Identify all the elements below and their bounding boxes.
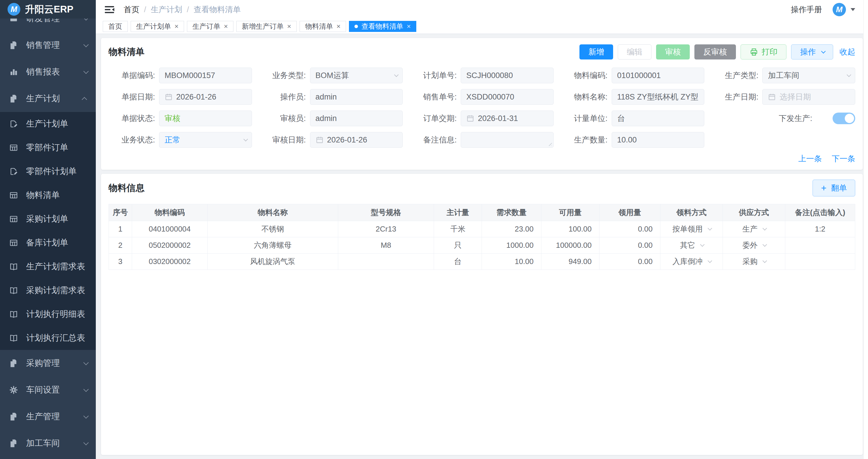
next-record-link[interactable]: 下一条 <box>832 154 855 164</box>
tab-5-active[interactable]: 查看物料清单× <box>349 21 416 32</box>
unaudit-button[interactable]: 反审核 <box>694 44 736 60</box>
field-input[interactable]: 118S ZY型纸杯机 ZY型 <box>612 89 705 105</box>
close-icon[interactable]: × <box>287 22 291 30</box>
sidebar-item-15[interactable]: 车间设置 <box>0 376 96 403</box>
close-icon[interactable]: × <box>407 22 411 30</box>
chevron-down-icon <box>83 387 89 392</box>
sidebar-item-4[interactable]: 生产计划单 <box>0 112 96 136</box>
sidebar-item-17[interactable]: 加工车间 <box>0 430 96 457</box>
detail-head: 物料信息 + 翻单 <box>108 179 855 196</box>
renew-order-button[interactable]: + 翻单 <box>812 179 855 196</box>
user-menu-caret-icon[interactable] <box>850 8 855 11</box>
audit-button[interactable]: 审核 <box>656 44 690 60</box>
field-date[interactable]: 2026-01-26 <box>310 132 403 148</box>
sidebar-item-label: 研发管理 <box>26 19 83 24</box>
field-input[interactable]: 台 <box>612 110 705 126</box>
breadcrumb-section[interactable]: 生产计划 <box>151 4 182 15</box>
field-input[interactable]: 审核 <box>159 110 252 126</box>
chevron-down-icon <box>708 259 712 263</box>
sidebar-item-13[interactable]: 计划执行汇总表 <box>0 326 96 350</box>
field-input[interactable]: admin <box>310 89 403 105</box>
cell-r2-c10[interactable] <box>785 254 855 270</box>
sidebar-item-1[interactable]: 销售管理 <box>0 32 96 59</box>
edit-button[interactable]: 编辑 <box>618 44 651 60</box>
form-field-19 <box>712 132 855 148</box>
field-select[interactable]: 正常 <box>159 132 252 148</box>
user-avatar[interactable]: M <box>833 3 846 16</box>
cell-select[interactable]: 委外 <box>726 240 782 251</box>
field-input[interactable]: SCJH000080 <box>461 68 554 83</box>
sidebar-item-7[interactable]: 物料清单 <box>0 184 96 207</box>
sidebar-item-16[interactable]: 生产管理 <box>0 403 96 430</box>
sidebar-item-3[interactable]: 生产计划 <box>0 85 96 112</box>
field-date[interactable]: 选择日期 <box>762 89 855 105</box>
calendar-icon <box>466 114 474 123</box>
sidebar-item-8[interactable]: 采购计划单 <box>0 207 96 231</box>
cell-r0-c10[interactable]: 1:2 <box>785 221 855 237</box>
cell-select[interactable]: 按单领用 <box>663 224 720 234</box>
cell-r1-c6: 100000.00 <box>541 237 599 254</box>
sidebar-item-5[interactable]: 零部件订单 <box>0 136 96 160</box>
tab-3[interactable]: 新增生产订单× <box>236 21 297 32</box>
box-icon <box>9 19 19 24</box>
cell-select[interactable]: 生产 <box>726 224 782 234</box>
tab-4[interactable]: 物料清单× <box>300 21 346 32</box>
sidebar-item-10[interactable]: 生产计划需求表 <box>0 255 96 278</box>
form-grid: 单据编码:MBOM000157业务类型:BOM运算计划单号:SCJH000080… <box>108 68 855 148</box>
book-icon <box>9 262 19 271</box>
field-input[interactable]: MBOM000157 <box>159 68 252 83</box>
prev-record-link[interactable]: 上一条 <box>798 154 822 164</box>
actions-dropdown-button[interactable]: 操作 <box>791 44 833 60</box>
add-button[interactable]: 新增 <box>580 44 613 60</box>
field-textarea[interactable] <box>461 132 554 148</box>
button-label: 审核 <box>665 47 681 57</box>
sidebar-item-9[interactable]: 备库计划单 <box>0 231 96 255</box>
navbar: 首页 / 生产计划 / 查看物料清单 操作手册 M <box>96 0 868 19</box>
form-field-17: 备注信息: <box>410 132 554 148</box>
table-row-1: 20502000002六角薄螺母M8只1000.00100000.000.00其… <box>109 237 855 254</box>
field-input[interactable]: 10.00 <box>612 132 705 148</box>
scrollbar-gutter[interactable] <box>863 0 868 459</box>
toggle-switch[interactable] <box>833 112 855 124</box>
field-label: 物料名称: <box>561 92 608 102</box>
print-button[interactable]: 打印 <box>741 44 786 60</box>
brand-text: 升阳云ERP <box>25 3 73 16</box>
cell-select[interactable]: 采购 <box>726 257 782 267</box>
sidebar-item-14[interactable]: 采购管理 <box>0 350 96 376</box>
cell-select[interactable]: 其它 <box>663 240 720 251</box>
column-header-8: 领料方式 <box>660 204 723 221</box>
close-icon[interactable]: × <box>224 22 228 30</box>
field-date[interactable]: 2026-01-26 <box>159 89 252 105</box>
column-header-5: 需求数量 <box>482 204 541 221</box>
close-icon[interactable]: × <box>175 22 179 30</box>
field-date[interactable]: 2026-01-31 <box>461 110 554 126</box>
form-field-10: 单据状态:审核 <box>108 110 252 126</box>
tab-0[interactable]: 首页 <box>103 21 128 32</box>
tab-label: 生产计划单 <box>136 22 171 31</box>
tab-1[interactable]: 生产计划单× <box>131 21 184 32</box>
sidebar-item-12[interactable]: 计划执行明细表 <box>0 302 96 326</box>
sidebar-fold-icon[interactable] <box>104 4 115 15</box>
sidebar-item-label: 生产计划 <box>26 93 83 104</box>
sidebar-item-label: 物料清单 <box>26 190 87 201</box>
sidebar-item-0[interactable]: 研发管理 <box>0 19 96 32</box>
tab-label: 物料清单 <box>305 22 333 31</box>
help-manual-link[interactable]: 操作手册 <box>791 4 822 15</box>
tab-2[interactable]: 生产订单× <box>187 21 234 32</box>
field-input[interactable]: XSDD000070 <box>461 89 554 105</box>
sidebar: M 升阳云ERP 研发管理销售管理销售报表生产计划生产计划单零部件订单零部件计划… <box>0 0 96 459</box>
column-header-7: 领用量 <box>599 204 660 221</box>
cell-select[interactable]: 入库倒冲 <box>663 257 720 267</box>
collapse-link[interactable]: 收起 <box>840 47 855 57</box>
field-input[interactable]: admin <box>310 110 403 126</box>
sidebar-item-label: 采购计划需求表 <box>26 285 87 296</box>
sidebar-item-6[interactable]: 零部件计划单 <box>0 160 96 184</box>
sidebar-item-11[interactable]: 采购计划需求表 <box>0 278 96 302</box>
breadcrumb-home[interactable]: 首页 <box>124 4 140 15</box>
field-input[interactable]: 0101000001 <box>612 68 705 83</box>
cell-r1-c10[interactable] <box>785 237 855 254</box>
close-icon[interactable]: × <box>337 22 341 30</box>
sidebar-item-2[interactable]: 销售报表 <box>0 59 96 85</box>
field-select[interactable]: 加工车间 <box>762 68 855 83</box>
field-select[interactable]: BOM运算 <box>310 68 403 83</box>
